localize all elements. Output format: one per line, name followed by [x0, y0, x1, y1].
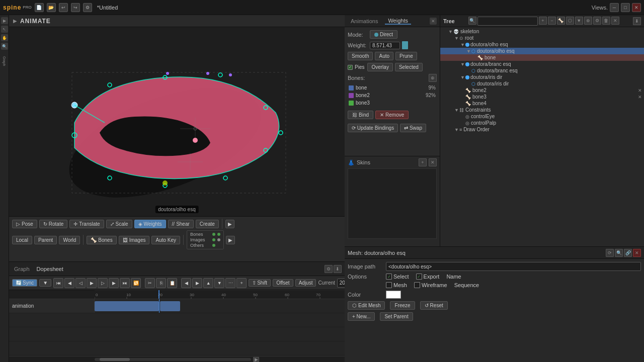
pies-check[interactable]: ✓ [348, 65, 353, 70]
wireframe-checkbox[interactable]: ✓ Wireframe [414, 282, 447, 288]
bone-item-2[interactable]: bone2 92% [348, 92, 437, 99]
tree-item-bone2[interactable]: 🦴 bone2 ✕ [440, 87, 644, 94]
open-file-icon[interactable]: 📂 [47, 3, 56, 12]
nav-down-icon[interactable]: ▼ [214, 278, 224, 288]
tree-item-bone4[interactable]: 🦴 bone4 [440, 100, 644, 107]
tree-add-icon[interactable]: ⊕ [584, 17, 592, 25]
cut-icon[interactable]: ✂ [145, 278, 155, 288]
tree-item-bone3[interactable]: 🦴 bone3 ✕ [440, 94, 644, 100]
tree-collapse-icon[interactable]: − [548, 17, 556, 25]
export-checkbox[interactable]: ✓ Export [416, 274, 440, 280]
tree-item-branc-mesh[interactable]: ⬡ doutora/branc esq [440, 67, 644, 74]
copy-icon[interactable]: ⎘ [156, 278, 166, 288]
graph-tab[interactable]: Graph [12, 266, 32, 272]
bones-button[interactable]: 🦴 Bones [87, 236, 116, 244]
nav-add-icon[interactable]: + [236, 278, 247, 288]
settings-icon[interactable]: ⚙ [83, 3, 92, 12]
adjust-button[interactable]: Adjust [295, 279, 316, 287]
weights-button[interactable]: ◈ Weights [134, 220, 166, 228]
shear-button[interactable]: // Shear [168, 220, 194, 228]
scroll-right-icon[interactable]: ▶ [253, 357, 259, 362]
play-button[interactable]: ▶ [87, 278, 97, 288]
nav-more-icon[interactable]: ⋯ [225, 278, 235, 288]
sync-button[interactable]: 🔄 Sync [12, 279, 37, 287]
offset-button[interactable]: Offset [273, 279, 293, 287]
prev-key-button[interactable]: ◁ [75, 278, 86, 288]
hand-icon[interactable]: ✋ [1, 34, 8, 41]
tree-item-skeleton[interactable]: ▼ 💀 skeleton [440, 28, 644, 35]
mesh-delete-icon[interactable]: ✕ [633, 249, 641, 257]
tree-item-root[interactable]: ▼ ⊙ root [440, 35, 644, 41]
world-button[interactable]: World [59, 236, 80, 244]
remove-button[interactable]: ✕ Remove [375, 111, 409, 119]
update-bindings-button[interactable]: ⟳ Update Bindings [348, 124, 398, 132]
prune-button[interactable]: Prune [395, 52, 417, 60]
undo-icon[interactable]: ↩ [59, 3, 68, 12]
bone-item-1[interactable]: bone 9% [348, 84, 437, 91]
tree-search-input[interactable] [477, 17, 538, 26]
nav-left-icon[interactable]: ◀ [181, 278, 191, 288]
prev-frame-button[interactable]: ◀ [64, 278, 74, 288]
skins-close-icon[interactable]: ✕ [429, 158, 437, 166]
scroll-thumb[interactable] [100, 358, 130, 361]
images-button[interactable]: 🖼 Images [119, 236, 150, 244]
local-button[interactable]: Local [12, 236, 32, 244]
rotate-button[interactable]: ↻ Rotate [39, 220, 67, 228]
views-label[interactable]: Views. [592, 5, 608, 11]
color-picker[interactable] [386, 291, 401, 299]
overlay-button[interactable]: Overlay [367, 63, 392, 71]
weight-slider[interactable] [402, 41, 408, 49]
mesh-link-icon[interactable]: 🔗 [624, 249, 632, 257]
reset-button[interactable]: ↺ Reset [420, 301, 448, 310]
tree-item-iris-mesh[interactable]: ⬡ doutora/iris dir [440, 80, 644, 87]
scale-button[interactable]: ⤢ Scale [106, 220, 132, 228]
weight-input[interactable] [370, 42, 400, 49]
paste-icon[interactable]: 📋 [167, 278, 177, 288]
tree-item-olho-folder[interactable]: ▼ doutora/olho esq [440, 41, 644, 48]
others-vis-dot[interactable] [212, 244, 215, 247]
tree-item-branc-folder[interactable]: ▼ doutora/branc esq [440, 61, 644, 67]
zoom-icon[interactable]: 🔍 [1, 43, 8, 50]
tree-item-controlpalp[interactable]: ◎ controlPalp [440, 120, 644, 126]
animations-tab[interactable]: Animations [348, 18, 381, 24]
bone-item-3[interactable]: bone3 [348, 100, 437, 106]
selected-button[interactable]: Selected [395, 63, 423, 71]
tree-bone-icon[interactable]: 🦴 [557, 17, 565, 25]
pose-button[interactable]: ▷ Pose [12, 220, 37, 228]
minimize-icon[interactable]: ─ [610, 3, 619, 12]
next-key-button[interactable]: ▷ [98, 278, 108, 288]
shift-button[interactable]: ⇧ Shift [249, 279, 271, 287]
bind-button[interactable]: ⛓ Bind [348, 111, 373, 119]
tree-filter-icon[interactable]: ▼ [575, 17, 583, 25]
tree-item-constraints[interactable]: ▼ ⛓ Constraints [440, 107, 644, 113]
export-check-box[interactable]: ✓ [416, 274, 422, 280]
images-vis-dot2[interactable] [217, 238, 220, 241]
freeze-button[interactable]: Freeze [390, 301, 415, 310]
animate-mode-icon[interactable]: ▶ [1, 17, 8, 24]
arrow-right2-icon[interactable]: ▶ [226, 236, 235, 244]
tree-mesh-icon[interactable]: ⬡ [566, 17, 574, 25]
mesh-search-icon[interactable]: 🔍 [615, 249, 623, 257]
wireframe-check-box[interactable]: ✓ [414, 282, 420, 288]
to-end-button[interactable]: ⏭ [120, 278, 130, 288]
weights-tab[interactable]: Weights [385, 18, 411, 25]
current-frame-input[interactable] [337, 279, 345, 288]
panel-close-icon[interactable]: ✕ [430, 18, 437, 25]
image-path-input[interactable] [386, 262, 641, 271]
timeline-tracks[interactable]: animation [9, 299, 345, 356]
close-icon[interactable]: ✕ [632, 3, 641, 12]
sequence-checkbox[interactable]: Sequence [454, 282, 479, 288]
tree-item-controleye[interactable]: ◎ controlEye [440, 113, 644, 120]
select-checkbox[interactable]: ✓ Select [386, 274, 409, 280]
mesh-refresh-icon[interactable]: ⟳ [606, 249, 614, 257]
scroll-track[interactable] [95, 358, 251, 361]
tree-close-icon[interactable]: ✕ [611, 17, 619, 25]
skins-add-icon[interactable]: + [419, 158, 427, 166]
tree-item-iris-folder[interactable]: ▼ doutora/iris dir [440, 74, 644, 80]
swap-button[interactable]: ⇄ Swap [400, 124, 426, 132]
translate-button[interactable]: ✛ Translate [69, 220, 104, 228]
tree-item-bone[interactable]: 🦴 bone [440, 54, 644, 61]
parent-button[interactable]: Parent [34, 236, 57, 244]
animation-block-2[interactable] [160, 301, 180, 311]
edit-mesh-button[interactable]: ⬡ Edit Mesh [348, 301, 385, 310]
